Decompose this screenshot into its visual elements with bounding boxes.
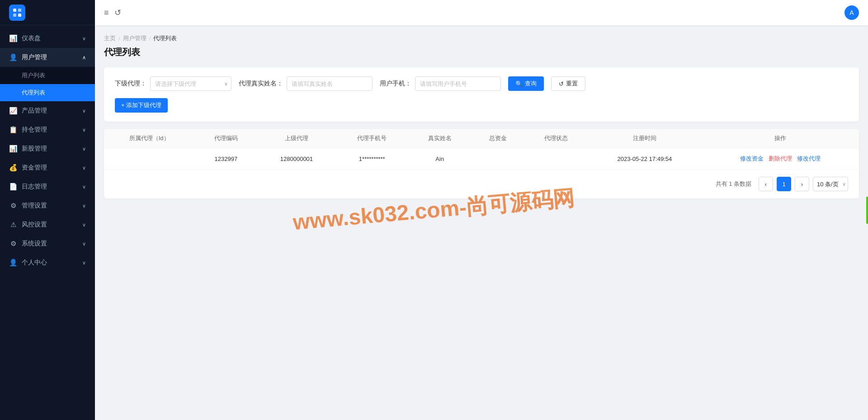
filter-row: 下级代理： 请选择下级代理 ∨ 代理真实姓名： 用户手机：: [115, 76, 848, 91]
col-actions: 操作: [702, 129, 859, 148]
col-agent-phone: 代理手机号: [335, 129, 408, 148]
sidebar-item-user-management[interactable]: 👤 用户管理 ∧: [0, 48, 95, 67]
subordinate-label: 下级代理：: [115, 80, 146, 88]
right-accent-bar: [866, 197, 868, 224]
sidebar-item-system-settings[interactable]: ⚙ 系统设置 ∨: [0, 234, 95, 253]
agent-table: 所属代理（Id） 代理编码 上级代理 代理手机号 真实姓名 总资金 代理状态 注…: [104, 129, 859, 170]
pagination: 共有 1 条数据 ‹ 1 › 10 条/页 20 条/页 50 条/页 ∨: [104, 170, 859, 198]
sidebar-label-personal: 个人中心: [22, 259, 47, 267]
header: ≡ ↺ A: [95, 0, 868, 25]
table-card: 所属代理（Id） 代理编码 上级代理 代理手机号 真实姓名 总资金 代理状态 注…: [104, 129, 859, 198]
risk-arrow: ∨: [82, 222, 86, 228]
sidebar-item-user-list[interactable]: 用户列表: [0, 67, 95, 84]
sidebar-item-fund-management[interactable]: 💰 资金管理 ∨: [0, 158, 95, 177]
sidebar-label-admin: 管理设置: [22, 202, 47, 210]
table-row: 1232997 1280000001 1********** Ain 2023-…: [104, 148, 859, 170]
ipo-arrow: ∨: [82, 146, 86, 152]
sidebar-item-admin-settings[interactable]: ⚙ 管理设置 ∨: [0, 196, 95, 215]
log-arrow: ∨: [82, 184, 86, 190]
breadcrumb-current: 代理列表: [153, 34, 177, 42]
breadcrumb-parent[interactable]: 用户管理: [123, 34, 146, 42]
pagination-next[interactable]: ›: [795, 177, 809, 191]
admin-arrow: ∨: [82, 203, 86, 209]
cell-register-time: 2023-05-22 17:49:54: [587, 148, 702, 170]
cell-real-name: Ain: [408, 148, 471, 170]
sidebar-label-system: 系统设置: [22, 240, 47, 248]
cell-agent-phone: 1**********: [335, 148, 408, 170]
user-management-icon: 👤: [9, 53, 17, 61]
sidebar-item-position-management[interactable]: 📋 持仓管理 ∨: [0, 120, 95, 139]
modify-agent-link[interactable]: 修改代理: [797, 155, 821, 162]
menu-toggle-icon[interactable]: ≡: [104, 8, 109, 18]
sidebar-item-log-management[interactable]: 📄 日志管理 ∨: [0, 177, 95, 196]
filter-group-subordinate: 下级代理： 请选择下级代理 ∨: [115, 76, 231, 91]
sidebar-label-dashboard: 仪表盘: [22, 34, 41, 42]
personal-arrow: ∨: [82, 260, 86, 266]
reset-button[interactable]: ↺ 重置: [551, 76, 585, 91]
cell-agent-code: 1232997: [194, 148, 257, 170]
sidebar-menu: 📊 仪表盘 ∨ 👤 用户管理 ∧ 用户列表 代理列表 📈 产品: [0, 25, 95, 420]
col-agent-status: 代理状态: [524, 129, 587, 148]
table-body: 1232997 1280000001 1********** Ain 2023-…: [104, 148, 859, 170]
sidebar-item-ipo-management[interactable]: 📊 新股管理 ∨: [0, 139, 95, 158]
position-icon: 📋: [9, 126, 17, 134]
breadcrumb: 主页 / 用户管理 / 代理列表: [104, 34, 859, 42]
personal-icon: 👤: [9, 259, 17, 267]
subordinate-select[interactable]: 请选择下级代理: [150, 76, 231, 91]
ipo-icon: 📊: [9, 145, 17, 153]
query-label: 查询: [525, 80, 537, 88]
system-icon: ⚙: [9, 240, 17, 248]
sidebar-item-product-management[interactable]: 📈 产品管理 ∨: [0, 101, 95, 120]
pagination-prev[interactable]: ‹: [759, 177, 773, 191]
pagination-page-1[interactable]: 1: [777, 177, 791, 191]
cell-parent-agent-id: [104, 148, 194, 170]
col-register-time: 注册时间: [587, 129, 702, 148]
sidebar-label-user-management: 用户管理: [22, 53, 47, 61]
dashboard-icon: 📊: [9, 34, 17, 42]
reset-label: 重置: [566, 80, 578, 88]
filter-card: 下级代理： 请选择下级代理 ∨ 代理真实姓名： 用户手机：: [104, 67, 859, 122]
page-title: 代理列表: [104, 46, 859, 58]
page-size-select[interactable]: 10 条/页 20 条/页 50 条/页: [813, 177, 848, 191]
breadcrumb-sep2: /: [149, 35, 151, 42]
cell-total-funds: [471, 148, 524, 170]
sidebar: 📊 仪表盘 ∨ 👤 用户管理 ∧ 用户列表 代理列表 📈 产品: [0, 0, 95, 420]
page-size-wrapper: 10 条/页 20 条/页 50 条/页 ∨: [813, 177, 848, 191]
filter-group-phone: 用户手机：: [380, 76, 501, 91]
real-name-label: 代理真实姓名：: [239, 80, 283, 88]
content: 主页 / 用户管理 / 代理列表 代理列表 下级代理： 请选择下级代理 ∨: [95, 25, 868, 420]
svg-rect-0: [13, 9, 16, 12]
add-agent-label: + 添加下级代理: [121, 101, 161, 109]
user-list-label: 用户列表: [22, 71, 45, 80]
sidebar-label-position: 持仓管理: [22, 126, 47, 134]
product-arrow: ∨: [82, 108, 86, 114]
add-agent-button[interactable]: + 添加下级代理: [115, 98, 168, 113]
sidebar-item-risk-settings[interactable]: ⚠ 风控设置 ∨: [0, 215, 95, 234]
delete-agent-link[interactable]: 删除代理: [769, 155, 792, 162]
breadcrumb-home[interactable]: 主页: [104, 34, 116, 42]
breadcrumb-sep1: /: [118, 35, 120, 42]
dashboard-arrow: ∨: [82, 36, 86, 42]
refresh-icon[interactable]: ↺: [114, 8, 121, 18]
product-icon: 📈: [9, 107, 17, 115]
phone-label: 用户手机：: [380, 80, 411, 88]
sidebar-item-personal-center[interactable]: 👤 个人中心 ∨: [0, 253, 95, 272]
user-management-submenu: 用户列表 代理列表: [0, 67, 95, 101]
modify-funds-link[interactable]: 修改资金: [740, 155, 764, 162]
query-button[interactable]: 🔍 查询: [508, 76, 544, 91]
col-real-name: 真实姓名: [408, 129, 471, 148]
cell-agent-status: [524, 148, 587, 170]
sidebar-item-dashboard[interactable]: 📊 仪表盘 ∨: [0, 29, 95, 48]
avatar[interactable]: A: [844, 5, 859, 20]
risk-icon: ⚠: [9, 221, 17, 229]
fund-icon: 💰: [9, 164, 17, 172]
log-icon: 📄: [9, 183, 17, 191]
col-total-funds: 总资金: [471, 129, 524, 148]
subordinate-select-wrapper: 请选择下级代理 ∨: [150, 76, 231, 91]
phone-input[interactable]: [415, 76, 501, 91]
sidebar-label-risk: 风控设置: [22, 221, 47, 229]
sidebar-label-ipo: 新股管理: [22, 145, 47, 153]
real-name-input[interactable]: [287, 76, 373, 91]
add-button-row: + 添加下级代理: [115, 98, 848, 113]
sidebar-item-agent-list[interactable]: 代理列表: [0, 84, 95, 101]
